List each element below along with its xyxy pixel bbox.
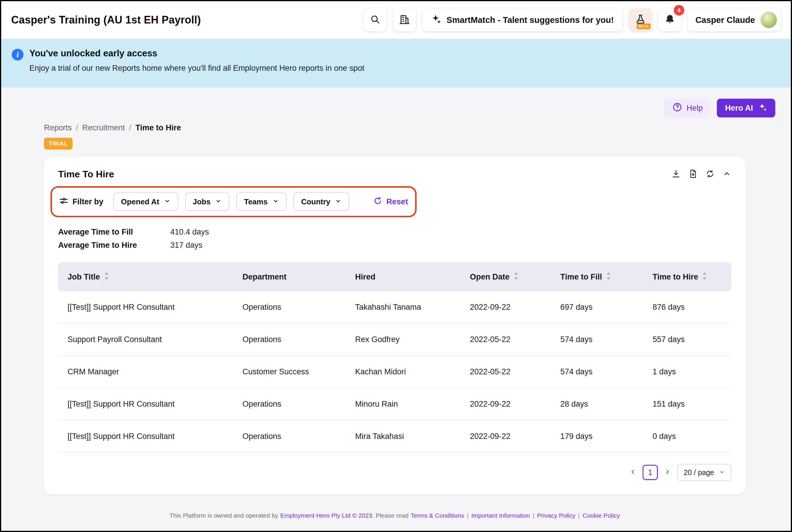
column-label: Hired	[355, 272, 375, 282]
chevron-down-icon	[215, 197, 221, 206]
dropdown-label: Jobs	[193, 197, 211, 206]
banner-text: You've unlocked early access Enjoy a tri…	[30, 48, 364, 73]
hero-ai-button[interactable]: Hero AI	[717, 99, 775, 117]
table-row[interactable]: [[Test]] Support HR Consultant Operation…	[58, 291, 731, 324]
page-size-select[interactable]: 20 / page	[677, 464, 731, 481]
table-row[interactable]: [[Test]] Support HR Consultant Operation…	[58, 420, 731, 453]
breadcrumb-separator: /	[129, 123, 132, 132]
early-access-banner: i You've unlocked early access Enjoy a t…	[1, 39, 791, 88]
metric-row: Average Time to Hire 317 days	[58, 239, 731, 252]
column-header-time-to-hire[interactable]: Time to Hire	[643, 263, 731, 291]
filter-opened-at-dropdown[interactable]: Opened At	[113, 192, 178, 211]
refresh-button[interactable]	[706, 169, 715, 180]
sparkle-icon	[758, 103, 767, 114]
help-button[interactable]: Help	[664, 99, 711, 117]
report-card: Time To Hire	[44, 157, 745, 494]
cell-time-to-hire: 1 days	[643, 356, 731, 388]
next-page-button[interactable]	[664, 468, 671, 477]
search-button[interactable]	[364, 8, 387, 32]
metric-label: Average Time to Hire	[58, 239, 170, 252]
beta-badge: BETA	[637, 23, 650, 29]
org-title: Casper's Training (AU 1st EH Payroll)	[11, 14, 201, 26]
breadcrumb-current: Time to Hire	[135, 123, 181, 132]
cell-time-to-hire: 557 days	[643, 324, 731, 356]
filter-jobs-dropdown[interactable]: Jobs	[185, 192, 230, 211]
footer-separator: |	[467, 512, 468, 519]
filter-by: Filter by	[59, 196, 103, 208]
chevron-left-icon	[629, 468, 637, 477]
notifications-button[interactable]: 4	[658, 8, 681, 32]
cell-job-title: [[Test]] Support HR Consultant	[58, 291, 233, 324]
terms-link[interactable]: Terms & Conditions	[411, 512, 464, 519]
hero-ai-label: Hero AI	[725, 103, 753, 113]
column-header-time-to-fill[interactable]: Time to Fill	[551, 263, 643, 291]
page-actions: Help Hero AI	[44, 99, 775, 117]
notification-count-badge: 4	[674, 5, 684, 16]
footer-text: . Please read	[372, 512, 409, 519]
filter-by-label: Filter by	[73, 197, 103, 206]
reset-filters-button[interactable]: Reset	[373, 196, 408, 208]
page-size-value: 20 / page	[684, 468, 714, 477]
app-window: Casper's Training (AU 1st EH Payroll) Sm…	[0, 0, 792, 532]
sort-icon[interactable]	[104, 271, 110, 282]
dropdown-label: Country	[301, 197, 331, 206]
cookie-policy-link[interactable]: Cookie Policy	[582, 512, 620, 519]
column-header-open-date[interactable]: Open Date	[461, 263, 551, 291]
previous-page-button[interactable]	[629, 468, 637, 477]
bell-icon	[664, 14, 675, 26]
filter-annotation: Filter by Opened At Jobs Teams	[51, 186, 417, 217]
cell-job-title: [[Test]] Support HR Consultant	[58, 388, 233, 420]
metric-value: 317 days	[170, 239, 202, 252]
important-information-link[interactable]: Important Information	[471, 512, 530, 519]
dropdown-label: Opened At	[121, 197, 159, 206]
banner-title: You've unlocked early access	[30, 48, 364, 59]
cell-time-to-hire: 876 days	[643, 291, 731, 324]
report-title: Time To Hire	[58, 169, 114, 180]
table-row[interactable]: [[Test]] Support HR Consultant Operation…	[58, 388, 731, 420]
privacy-policy-link[interactable]: Privacy Policy	[537, 512, 575, 519]
cell-open-date: 2022-09-22	[461, 291, 551, 324]
dropdown-label: Teams	[244, 197, 267, 206]
table-header-row: Job Title Department Hired Open	[58, 263, 731, 291]
chevron-right-icon	[664, 468, 671, 477]
breadcrumb-recruitment[interactable]: Recruitment	[82, 123, 125, 132]
collapse-button[interactable]	[722, 169, 731, 179]
table-row[interactable]: Support Payroll Consultant Operations Re…	[58, 324, 731, 356]
export-file-icon	[688, 169, 698, 180]
page-number-button[interactable]: 1	[642, 465, 658, 480]
cell-hired: Minoru Rain	[346, 388, 461, 420]
footer-separator: |	[578, 512, 579, 519]
sort-icon[interactable]	[513, 271, 519, 282]
filter-country-dropdown[interactable]: Country	[293, 192, 349, 211]
cell-time-to-fill: 574 days	[551, 356, 643, 388]
metric-value: 410.4 days	[170, 226, 209, 239]
trial-badge: TRIAL	[44, 138, 73, 149]
smartmatch-button[interactable]: SmartMatch - Talent suggestions for you!	[422, 8, 623, 32]
refresh-icon	[706, 169, 715, 180]
cell-job-title: [[Test]] Support HR Consultant	[58, 420, 233, 453]
company-link[interactable]: Employment Hero Pty Ltd © 2023	[281, 512, 372, 519]
chevron-down-icon	[335, 197, 342, 206]
reset-label: Reset	[386, 197, 408, 206]
org-switcher-button[interactable]	[393, 8, 416, 32]
footer-separator: |	[533, 512, 534, 519]
cell-department: Operations	[233, 291, 346, 324]
sort-icon[interactable]	[605, 271, 612, 282]
chevron-down-icon	[272, 197, 279, 206]
top-header: Casper's Training (AU 1st EH Payroll) Sm…	[1, 1, 791, 39]
footer-text: This Platform is owned and operated by	[169, 512, 278, 519]
user-menu-button[interactable]: Casper Claude	[688, 8, 781, 32]
download-button[interactable]	[671, 169, 681, 180]
beta-lab-button[interactable]: BETA	[629, 8, 652, 32]
breadcrumb: Reports / Recruitment / Time to Hire	[44, 123, 745, 132]
smartmatch-label: SmartMatch - Talent suggestions for you!	[446, 15, 614, 25]
table-row[interactable]: CRM Manager Customer Success Kachan Mido…	[58, 356, 731, 388]
column-label: Time to Hire	[653, 272, 698, 282]
sort-icon[interactable]	[701, 271, 708, 282]
cell-hired: Takahashi Tanama	[346, 291, 461, 324]
banner-message: Enjoy a trial of our new Reports home wh…	[30, 64, 364, 73]
filter-teams-dropdown[interactable]: Teams	[236, 192, 286, 211]
export-button[interactable]	[688, 169, 698, 180]
column-header-job-title[interactable]: Job Title	[58, 263, 233, 291]
breadcrumb-reports[interactable]: Reports	[44, 123, 72, 132]
